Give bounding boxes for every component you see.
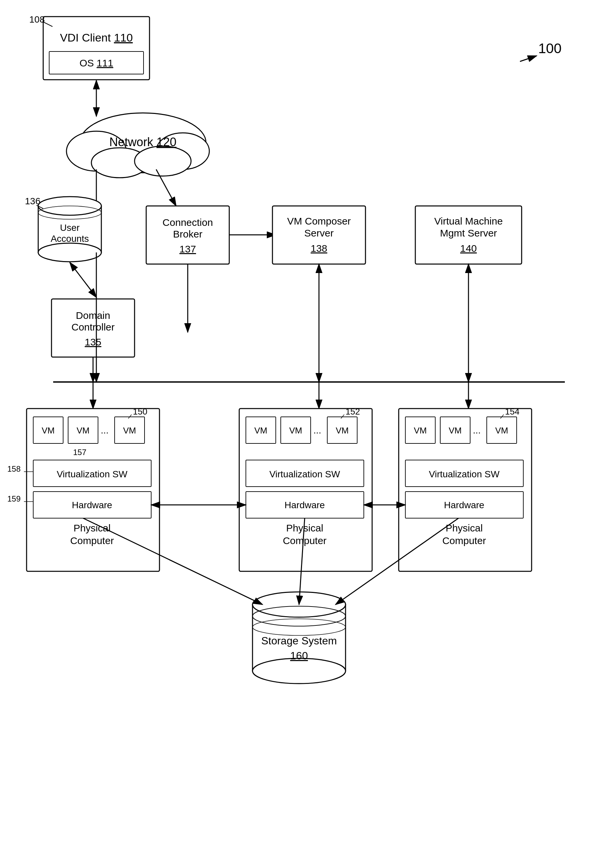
ref-158: 158: [7, 464, 21, 473]
connection-broker-label: Connection: [162, 217, 213, 228]
vm-mgmt-label2: Mgmt Server: [440, 228, 497, 239]
physical-1-label: Physical: [73, 522, 111, 534]
network-label: Network 120: [109, 135, 177, 149]
vm-1-label: VM: [42, 425, 55, 436]
storage-label: Storage System: [261, 635, 337, 647]
physical-3-label2: Computer: [442, 535, 486, 546]
connection-broker-label2: Broker: [173, 228, 202, 240]
domain-controller-ref: 135: [85, 337, 101, 347]
ellipsis-3: ...: [473, 425, 481, 436]
vm-mgmt-ref: 140: [460, 243, 477, 254]
domain-controller-label2: Controller: [71, 322, 114, 332]
ref-157: 157: [73, 448, 86, 457]
svg-line-66: [520, 56, 537, 61]
ellipsis-1: ...: [101, 425, 108, 436]
ref-152: 152: [346, 406, 360, 417]
vdi-client-label: VDI Client 110: [60, 31, 132, 44]
virt-sw-2-label: Virtualization SW: [269, 469, 340, 479]
svg-point-18: [38, 243, 101, 262]
svg-point-60: [252, 658, 346, 683]
ellipsis-2: ...: [313, 425, 321, 436]
ref-136: 136: [25, 196, 40, 206]
vm-r2-label: VM: [449, 425, 462, 436]
vm-composer-label2: Server: [304, 228, 334, 239]
physical-2-label2: Computer: [283, 535, 327, 546]
svg-point-10: [135, 146, 191, 176]
hw-3-label: Hardware: [444, 500, 484, 510]
vm-c3-label: VM: [336, 425, 349, 436]
vm-composer-ref: 138: [311, 243, 327, 254]
physical-1-label2: Computer: [70, 535, 114, 546]
virt-sw-3-label: Virtualization SW: [429, 469, 500, 479]
vm-mgmt-label: Virtual Machine: [434, 216, 503, 227]
hw-1-label: Hardware: [72, 500, 112, 510]
storage-ref: 160: [290, 650, 308, 662]
physical-3-label: Physical: [445, 522, 483, 534]
user-accounts-label2: Accounts: [50, 234, 89, 244]
vm-c2-label: VM: [289, 425, 302, 436]
ref-150: 150: [133, 406, 147, 417]
diagram-ref-100: 100: [538, 40, 561, 56]
virt-sw-1-label: Virtualization SW: [57, 469, 128, 479]
ref-159: 159: [7, 494, 21, 503]
user-accounts-label: User: [60, 222, 79, 233]
ref-108: 108: [29, 14, 45, 25]
vm-3-label: VM: [123, 425, 136, 436]
os-label: OS 111: [79, 58, 113, 68]
vm-r3-label: VM: [496, 425, 508, 436]
vm-composer-label: VM Composer: [287, 216, 351, 227]
domain-controller-label: Domain: [76, 310, 110, 321]
vm-c1-label: VM: [254, 425, 267, 436]
vm-r1-label: VM: [414, 425, 427, 436]
connection-broker-ref: 137: [180, 243, 196, 254]
vm-2-label: VM: [77, 425, 90, 436]
hw-2-label: Hardware: [284, 500, 325, 510]
ref-154: 154: [505, 406, 519, 417]
svg-line-21: [70, 262, 96, 297]
